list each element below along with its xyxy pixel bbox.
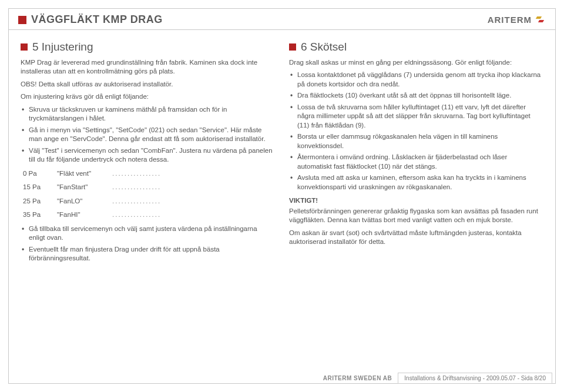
section-square-icon bbox=[21, 43, 28, 51]
bullet-list: Gå tillbaka till servicemenyn och välj s… bbox=[21, 225, 275, 263]
table-row: 25 Pa "FanLO" ................ bbox=[23, 197, 275, 206]
header-title-group: VÄGGFLÄKT KMP DRAG bbox=[18, 14, 163, 26]
bullet-list: Lossa kontaktdonet på vägglådans (7) und… bbox=[289, 71, 543, 192]
dots: ................ bbox=[112, 183, 165, 192]
para: KMP Drag är levererad med grundinställni… bbox=[21, 58, 275, 76]
para: Drag skall askas ur minst en gång per el… bbox=[289, 58, 543, 68]
table-row: 15 Pa "FanStart" ................ bbox=[23, 183, 275, 192]
section-square-icon bbox=[289, 43, 296, 51]
pa-label: "FanHI" bbox=[57, 210, 104, 220]
brand-mark-icon bbox=[535, 15, 546, 25]
pa-label: "Fläkt vent" bbox=[57, 169, 104, 179]
list-item: Lossa de två skruvarna som håller kylluf… bbox=[289, 103, 543, 130]
pa-label: "FanLO" bbox=[57, 197, 104, 206]
doc-title: VÄGGFLÄKT KMP DRAG bbox=[31, 14, 163, 26]
value-table: 0 Pa "Fläkt vent" ................ 15 Pa… bbox=[23, 169, 275, 220]
list-item: Skruva ur täckskruven ur kaminens mäthål… bbox=[21, 105, 275, 123]
pa-label: "FanStart" bbox=[57, 183, 104, 192]
section-head-5: 5 Injustering bbox=[21, 39, 275, 55]
list-item: Återmontera i omvänd ordning. Låsklacken… bbox=[289, 153, 543, 171]
right-column: 6 Skötsel Drag skall askas ur minst en g… bbox=[289, 39, 543, 268]
header-divider bbox=[9, 29, 555, 30]
para: Om askan är svart (sot) och svårtvättad … bbox=[289, 229, 543, 247]
list-item: Borsta ur eller dammsug rökgaskanalen he… bbox=[289, 132, 543, 150]
list-item: Gå tillbaka till servicemenyn och välj s… bbox=[21, 225, 275, 243]
list-item: Lossa kontaktdonet på vägglådans (7) und… bbox=[289, 71, 543, 89]
list-item: Välj "Test" i servicemenyn och sedan "Co… bbox=[21, 146, 275, 165]
list-item: Eventuellt får man finjustera Drag under… bbox=[21, 245, 275, 263]
left-column: 5 Injustering KMP Drag är levererad med … bbox=[21, 39, 275, 268]
list-item: Dra fläktlockets (10) överkant utåt så a… bbox=[289, 91, 543, 100]
page-frame: VÄGGFLÄKT KMP DRAG ARITERM 5 Injustering… bbox=[8, 8, 556, 384]
dots: ................ bbox=[112, 197, 165, 206]
section-title-5: 5 Injustering bbox=[32, 39, 93, 55]
section-title-6: 6 Skötsel bbox=[301, 39, 347, 55]
important-heading: VIKTIGT! bbox=[289, 196, 543, 206]
table-row: 35 Pa "FanHI" ................ bbox=[23, 210, 275, 220]
para: Pelletsförbränningen genererar gråaktig … bbox=[289, 207, 543, 225]
table-row: 0 Pa "Fläkt vent" ................ bbox=[23, 169, 275, 179]
section-head-6: 6 Skötsel bbox=[289, 39, 543, 55]
page-header: VÄGGFLÄKT KMP DRAG ARITERM bbox=[9, 9, 555, 29]
pa-value: 25 Pa bbox=[23, 197, 49, 206]
bullet-list: Skruva ur täckskruven ur kaminens mäthål… bbox=[21, 105, 275, 165]
dots: ................ bbox=[112, 169, 165, 179]
dots: ................ bbox=[112, 210, 165, 220]
pa-value: 35 Pa bbox=[23, 210, 49, 220]
para: OBS! Detta skall utföras av auktoriserad… bbox=[21, 80, 275, 89]
content-columns: 5 Injustering KMP Drag är levererad med … bbox=[9, 36, 555, 268]
brand-logo: ARITERM bbox=[488, 15, 546, 25]
para: Om injustering krävs gör då enligt följa… bbox=[21, 92, 275, 102]
brand-name: ARITERM bbox=[488, 15, 532, 25]
pa-value: 0 Pa bbox=[23, 169, 49, 179]
list-item: Gå in i menyn via "Settings", "SetCode" … bbox=[21, 126, 275, 144]
footer-brand: ARITERM SWEDEN AB bbox=[323, 375, 392, 381]
page-footer: ARITERM SWEDEN AB Installations & Drifts… bbox=[8, 373, 556, 384]
list-item: Avsluta med att aska ur kaminen, efterso… bbox=[289, 173, 543, 192]
pa-value: 15 Pa bbox=[23, 183, 49, 192]
header-square-icon bbox=[18, 16, 26, 24]
footer-info: Installations & Driftsanvisning - 2009.0… bbox=[398, 373, 552, 384]
